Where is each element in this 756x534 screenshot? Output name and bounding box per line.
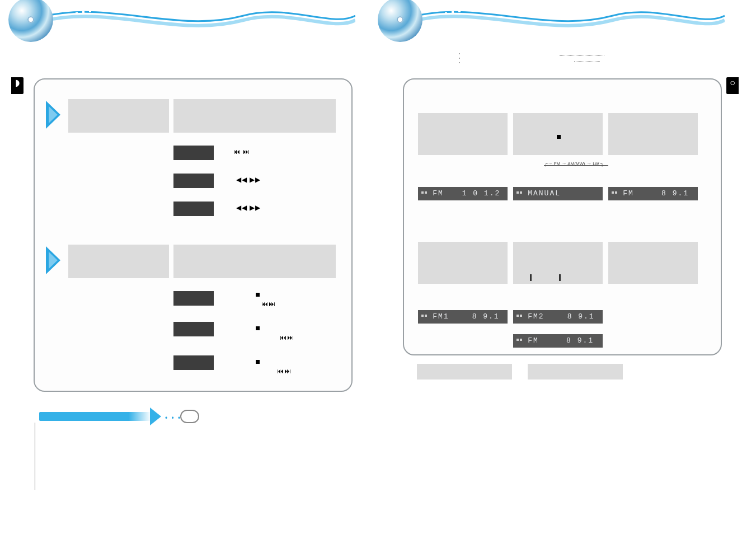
- lcd-r2-b1: FM2 8 9.1 0: [513, 310, 603, 324]
- skip-icon-3: ⏮⏭: [277, 367, 292, 375]
- lcd-r2-b2: FM 8 9.1 0: [513, 334, 603, 348]
- r2-block-a: [418, 242, 508, 284]
- lcd-r1-c: FM 8 9.1 0: [608, 187, 698, 200]
- s1-btn2[interactable]: [173, 174, 214, 188]
- disc-art: [8, 0, 53, 42]
- film-stream-art: [42, 6, 355, 36]
- left-side-tab: ◗: [11, 77, 24, 94]
- s1-header-right: [173, 99, 336, 133]
- tick-bar-2: [559, 274, 561, 281]
- skip-prev-next-icon: ⏮ ⏭: [233, 148, 250, 156]
- s1-btn1[interactable]: [173, 146, 214, 160]
- s1-header-left: [68, 99, 169, 133]
- svg-rect-7: [452, 11, 454, 13]
- r1-block-b: [513, 113, 603, 155]
- svg-rect-4: [82, 22, 84, 24]
- side-tab-symbol: ◗: [11, 78, 24, 87]
- note-connector-line: [35, 423, 35, 490]
- footer-block-right: [528, 364, 623, 380]
- side-tab-symbol-right: ○: [726, 78, 739, 87]
- r2-block-b: [513, 242, 603, 284]
- disc-art-right: [378, 0, 422, 42]
- film-stream-art-right: [411, 6, 725, 36]
- header-banner: [11, 0, 369, 42]
- rew-ff-icon: ◀◀ ▶▶: [236, 176, 261, 184]
- s1-btn3[interactable]: [173, 202, 214, 216]
- left-panel: ⏮ ⏭ ◀◀ ▶▶ ◀◀ ▶▶ ⏮⏭ ⏮⏭ ⏮⏭: [34, 78, 353, 392]
- note-callout: • • •: [39, 409, 207, 437]
- note-oval-button[interactable]: [180, 410, 199, 423]
- right-side-tab: ○: [726, 77, 739, 94]
- lcd-r1-b: MANUAL: [513, 187, 603, 200]
- svg-rect-5: [89, 22, 91, 24]
- svg-rect-11: [458, 22, 461, 24]
- lcd-r2-a: FM1 8 9.1 0: [418, 310, 508, 324]
- stop-icon-3: [256, 358, 260, 366]
- svg-rect-8: [458, 11, 461, 12]
- footer-block-left: [417, 364, 512, 380]
- band-cycle-underline: [544, 165, 608, 166]
- lcd-r1-a: FM 1 0 1.2 1: [418, 187, 508, 200]
- svg-rect-9: [445, 22, 447, 24]
- stop-icon: [256, 291, 260, 299]
- section-arrow-inner-icon-2: [49, 252, 58, 269]
- stop-icon-2: [256, 325, 260, 332]
- header-sub-labels: [442, 53, 722, 73]
- svg-rect-1: [82, 11, 84, 13]
- note-dots: • • •: [165, 414, 181, 422]
- note-arrow-icon: [150, 407, 161, 425]
- tick-bar-1: [530, 274, 532, 281]
- svg-rect-3: [76, 22, 78, 24]
- note-bar: [39, 412, 151, 421]
- s2-header-right: [173, 245, 336, 278]
- s2-header-left: [68, 245, 169, 278]
- r1-block-c: [608, 113, 698, 155]
- s2-btn2[interactable]: [173, 322, 214, 336]
- skip-icon: ⏮⏭: [261, 300, 276, 308]
- section-arrow-inner-icon: [49, 106, 58, 123]
- s2-btn1[interactable]: [173, 291, 214, 306]
- r1-block-a: [418, 113, 508, 155]
- right-panel: ┌→ FM → AM(MW) → LW ┐ FM 1 0 1.2 1 MANUA…: [403, 78, 722, 355]
- r2-block-c: [608, 242, 698, 284]
- rew-ff-icon-2: ◀◀ ▶▶: [236, 204, 261, 212]
- svg-rect-10: [452, 22, 454, 24]
- svg-rect-6: [445, 12, 447, 14]
- svg-rect-2: [89, 11, 91, 12]
- header-banner-right: [381, 0, 739, 42]
- skip-icon-2: ⏮⏭: [280, 334, 294, 341]
- s2-btn3[interactable]: [173, 355, 214, 370]
- stop-icon-band: [557, 133, 561, 141]
- svg-rect-0: [76, 12, 78, 14]
